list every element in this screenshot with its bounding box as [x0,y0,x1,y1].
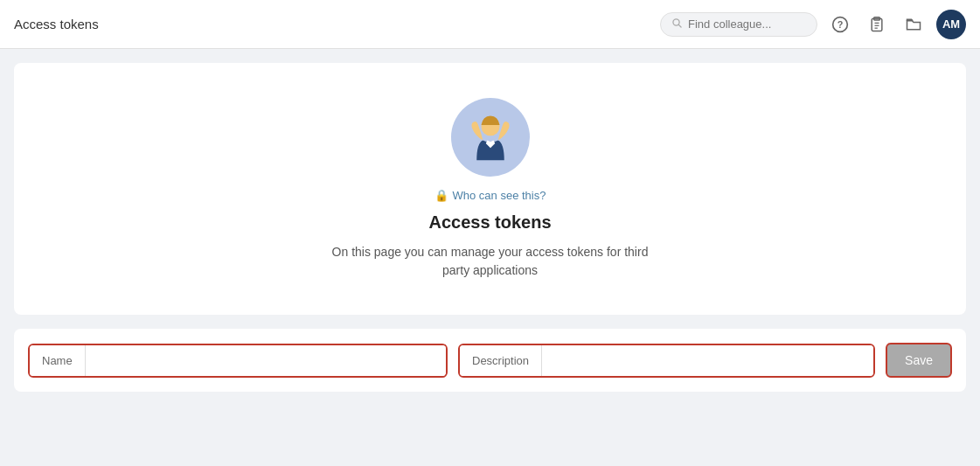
avatar-illustration [451,98,530,177]
description-input-group: Description [458,344,875,378]
search-input[interactable] [688,17,802,31]
card-description: On this page you can manage your access … [324,243,657,280]
clipboard-button[interactable] [863,10,891,38]
user-avatar[interactable]: AM [936,10,966,39]
name-input[interactable] [86,345,446,376]
who-can-see-label: Who can see this? [453,189,546,202]
help-button[interactable]: ? [826,10,854,38]
card-title: Access tokens [428,212,551,233]
header-actions: ? AM [660,10,966,39]
svg-text:?: ? [838,19,844,30]
save-button[interactable]: Save [886,343,952,378]
page-title: Access tokens [14,17,99,31]
name-label: Name [30,345,86,376]
description-label: Description [460,345,542,376]
search-icon [671,17,683,31]
svg-line-1 [678,24,681,27]
form-row: Name Description Save [28,343,952,378]
info-card: 🔒 Who can see this? Access tokens On thi… [14,63,966,315]
form-card: Name Description Save [14,329,966,392]
lock-icon: 🔒 [434,189,448,202]
description-input[interactable] [542,345,873,376]
app-header: Access tokens ? [0,0,980,49]
main-content: 🔒 Who can see this? Access tokens On thi… [0,49,980,406]
folder-button[interactable] [900,10,928,38]
name-input-group: Name [28,344,448,378]
who-can-see-link[interactable]: 🔒 Who can see this? [434,189,546,202]
search-box[interactable] [660,12,817,37]
